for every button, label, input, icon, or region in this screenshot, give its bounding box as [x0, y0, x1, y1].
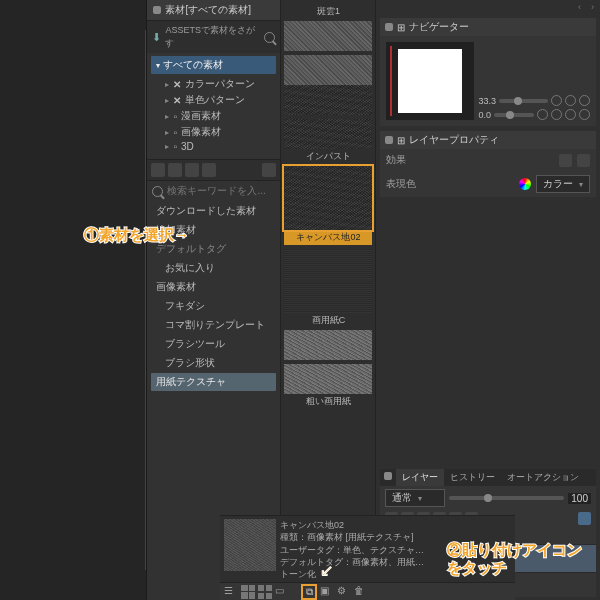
detail-usertag: ユーザータグ：単色、テクスチャ…: [280, 544, 511, 556]
tab-history[interactable]: ヒストリー: [444, 469, 501, 486]
right-column: ‹› ⊞ ナビゲーター 33.3 0.0: [376, 0, 600, 600]
view-list-icon[interactable]: ☰: [224, 585, 238, 599]
navigator-preview[interactable]: [386, 42, 474, 120]
material-thumb[interactable]: [284, 21, 372, 85]
material-thumb[interactable]: [284, 166, 372, 230]
material-panel: 素材[すべての素材] ⬇ ASSETSで素材をさがす すべての素材 ✕カラーパタ…: [147, 0, 281, 600]
tag-item[interactable]: ブラシツール: [151, 335, 276, 353]
effect-tone-icon[interactable]: [577, 154, 590, 167]
panel-dot-icon: [384, 472, 392, 480]
tb-icon[interactable]: [168, 163, 182, 177]
tree-item[interactable]: ✕単色パターン: [165, 92, 276, 108]
tab-autoaction[interactable]: オートアクション: [501, 469, 585, 486]
assets-search-button[interactable]: ⬇ ASSETSで素材をさがす: [147, 21, 280, 53]
search-icon: [152, 186, 163, 197]
material-thumb[interactable]: [284, 249, 372, 313]
view-small-icon[interactable]: [241, 585, 255, 599]
material-thumb[interactable]: [284, 85, 372, 149]
search-icon: [264, 32, 275, 43]
save-material-icon[interactable]: ▣: [320, 585, 334, 599]
tag-item[interactable]: ブラシ形状: [151, 354, 276, 372]
material-thumb[interactable]: [284, 330, 372, 394]
opacity-value: 100: [568, 493, 591, 504]
panel-dot-icon: [153, 6, 161, 14]
material-toolbar: [147, 159, 280, 181]
expression-dropdown[interactable]: カラー: [536, 175, 590, 193]
zoom-in-icon[interactable]: [565, 95, 576, 106]
tag-item[interactable]: お気に入り: [151, 259, 276, 277]
thumbnail-column: 斑雲1インパストキャンバス地02画用紙C粗い画用紙: [281, 0, 376, 600]
navigator-header[interactable]: ⊞ ナビゲーター: [380, 18, 596, 36]
tree-item[interactable]: ▫3D: [165, 140, 276, 153]
rotate-slider[interactable]: [494, 113, 534, 117]
view-large-icon[interactable]: [258, 585, 272, 599]
material-bottom-toolbar: ☰ ▭ ⧉ ▣ ⚙ 🗑: [220, 582, 515, 600]
blend-mode-dropdown[interactable]: 通常: [385, 489, 445, 507]
assets-search-label: ASSETSで素材をさがす: [165, 24, 260, 50]
tb-icon[interactable]: [185, 163, 199, 177]
zoom-value: 33.3: [478, 96, 496, 106]
layer-property-panel: ⊞ レイヤープロパティ 効果 表現色 カラー: [380, 131, 596, 197]
expression-label: 表現色: [386, 177, 416, 191]
material-panel-tab[interactable]: 素材[すべての素材]: [147, 0, 280, 21]
detail-name: キャンバス地02: [280, 519, 511, 531]
navigator-panel: ⊞ ナビゲーター 33.3 0.0: [380, 18, 596, 126]
effect-border-icon[interactable]: [559, 154, 572, 167]
panel-dot-icon: [385, 23, 393, 31]
detail-deftag: デフォルトタグ：画像素材、用紙…: [280, 556, 511, 568]
rot-icon[interactable]: [579, 109, 590, 120]
cloud-down-icon: ⬇: [152, 31, 161, 44]
material-tree: すべての素材 ✕カラーパターン✕単色パターン▫漫画素材▫画像素材▫3D: [147, 53, 280, 159]
tab-layer[interactable]: レイヤー: [396, 469, 444, 486]
color-wheel-icon: [519, 178, 531, 190]
zoom-slider[interactable]: [499, 99, 548, 103]
tb-icon[interactable]: [202, 163, 216, 177]
rot-icon[interactable]: [537, 109, 548, 120]
tree-item[interactable]: ▫画像素材: [165, 124, 276, 140]
view-detail-icon[interactable]: ▭: [275, 585, 289, 599]
tree-item[interactable]: ✕カラーパターン: [165, 76, 276, 92]
tag-item[interactable]: デフォルトタグ: [151, 240, 276, 258]
material-tab-label: 素材[すべての素材]: [165, 3, 251, 17]
tag-list: ダウンロードした素材追加素材デフォルトタグお気に入り画像素材フキダシコマ割りテン…: [147, 201, 280, 396]
opacity-slider[interactable]: [449, 496, 564, 500]
layer-color-icon[interactable]: [578, 512, 591, 525]
fit-icon[interactable]: [579, 95, 590, 106]
tree-item[interactable]: ▫漫画素材: [165, 108, 276, 124]
tb-icon[interactable]: [151, 163, 165, 177]
tag-item[interactable]: 追加素材: [151, 221, 276, 239]
detail-tone: トーン化: [280, 568, 511, 580]
material-detail: キャンバス地02 種類：画像素材 [用紙テクスチャ] ユーザータグ：単色、テクス…: [220, 515, 515, 582]
paste-material-icon[interactable]: ⧉: [301, 584, 317, 600]
zoom-out-icon[interactable]: [551, 95, 562, 106]
tag-item[interactable]: コマ割りテンプレート: [151, 316, 276, 334]
rot-icon[interactable]: [565, 109, 576, 120]
panel-dot-icon: [385, 136, 393, 144]
rotation-value: 0.0: [478, 110, 491, 120]
effect-label: 効果: [386, 153, 406, 167]
tree-all-materials[interactable]: すべての素材: [151, 56, 276, 74]
tag-item[interactable]: フキダシ: [151, 297, 276, 315]
canvas-area: [0, 0, 147, 600]
tb-icon[interactable]: [262, 163, 276, 177]
delete-material-icon[interactable]: 🗑: [354, 585, 368, 599]
detail-kind: 種類：画像素材 [用紙テクスチャ]: [280, 531, 511, 543]
material-prop-icon[interactable]: ⚙: [337, 585, 351, 599]
rot-icon[interactable]: [551, 109, 562, 120]
layer-tabs: レイヤー ヒストリー オートアクション: [380, 469, 596, 486]
search-placeholder: 検索キーワードを入...: [167, 184, 265, 198]
tag-item[interactable]: ダウンロードした素材: [151, 202, 276, 220]
detail-thumb: [224, 519, 276, 571]
layerprop-header[interactable]: ⊞ レイヤープロパティ: [380, 131, 596, 149]
tag-item[interactable]: 用紙テクスチャ: [151, 373, 276, 391]
tag-search[interactable]: 検索キーワードを入...: [147, 181, 280, 201]
tag-item[interactable]: 画像素材: [151, 278, 276, 296]
